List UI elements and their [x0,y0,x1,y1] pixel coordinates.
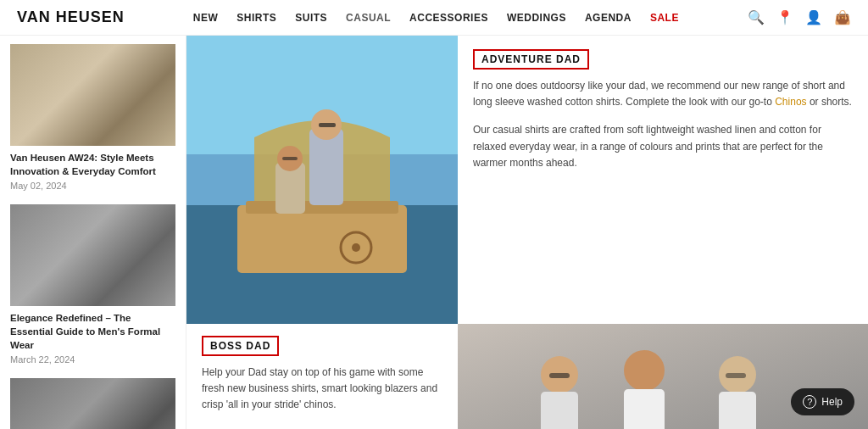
nav-new[interactable]: NEW [193,12,219,24]
svg-rect-18 [624,389,665,429]
adventure-dad-badge: ADVENTURE DAD [473,49,589,70]
svg-rect-12 [282,157,298,160]
article-image-2 [10,204,175,306]
list-item: Elegance Redefined – The Essential Guide… [10,204,175,365]
hero-image [186,36,458,324]
sidebar: Van Heusen AW24: Style Meets Innovation … [0,36,186,429]
header-icons: 🔍 📍 👤 👜 [748,9,851,25]
nav-weddings[interactable]: WEDDINGS [507,12,566,24]
nav-accessories[interactable]: ACCESSORIES [409,12,488,24]
nav-casual[interactable]: CASUAL [346,12,391,24]
main-nav: NEW SHIRTS SUITS CASUAL ACCESSORIES WEDD… [193,12,679,24]
boss-dad-text-1: Help your Dad stay on top of his game wi… [202,365,442,414]
article-thumbnail-3 [10,378,175,429]
adventure-dad-section: ADVENTURE DAD If no one does outdoorsy l… [458,36,868,324]
svg-rect-3 [237,205,407,273]
nav-shirts[interactable]: SHIRTS [236,12,276,24]
boss-dad-badge: BOSS DAD [202,336,279,356]
svg-point-6 [352,243,360,252]
site-logo[interactable]: VAN HEUSEN [17,8,125,26]
help-button[interactable]: ? Help [791,388,854,415]
svg-rect-22 [726,373,746,378]
bottom-section: BOSS DAD Help your Dad stay on top of hi… [186,324,868,429]
content-area: ADVENTURE DAD If no one does outdoorsy l… [186,36,868,429]
boat-scene-image [186,36,458,324]
main-layout: Van Heusen AW24: Style Meets Innovation … [0,36,868,429]
top-section: ADVENTURE DAD If no one does outdoorsy l… [186,36,868,324]
article-date-1: May 02, 2024 [10,181,175,191]
help-label: Help [821,396,843,408]
article-image-3 [10,378,175,429]
svg-rect-7 [309,129,343,205]
svg-rect-21 [549,373,570,378]
help-icon: ? [803,395,816,409]
svg-point-17 [624,350,665,391]
article-title-1[interactable]: Van Heusen AW24: Style Meets Innovation … [10,151,175,178]
nav-agenda[interactable]: AGENDA [585,12,632,24]
chinos-link[interactable]: Chinos [775,96,806,108]
site-header: VAN HEUSEN NEW SHIRTS SUITS CASUAL ACCES… [0,0,868,36]
nav-suits[interactable]: SUITS [295,12,327,24]
location-icon[interactable]: 📍 [776,9,793,25]
hero-svg [186,36,458,324]
adventure-dad-text-1: If no one does outdoorsy like your dad, … [473,78,853,110]
svg-rect-20 [719,392,756,429]
article-thumbnail-1 [10,44,175,146]
svg-rect-16 [541,392,578,429]
nav-sale[interactable]: SALE [650,12,679,24]
list-item: Decoding The Cocktail Dress Code March 2… [10,378,175,429]
article-date-2: March 22, 2024 [10,354,175,365]
boss-dad-section: BOSS DAD Help your Dad stay on top of hi… [186,324,458,429]
list-item: Van Heusen AW24: Style Meets Innovation … [10,44,175,191]
article-title-2[interactable]: Elegance Redefined – The Essential Guide… [10,311,175,352]
bag-icon[interactable]: 👜 [834,9,851,25]
article-image-1 [10,44,175,146]
adventure-dad-text-2: Our casual shirts are crafted from soft … [473,122,853,171]
search-icon[interactable]: 🔍 [748,9,765,25]
account-icon[interactable]: 👤 [805,9,822,25]
article-thumbnail-2 [10,204,175,306]
svg-rect-11 [319,123,336,127]
